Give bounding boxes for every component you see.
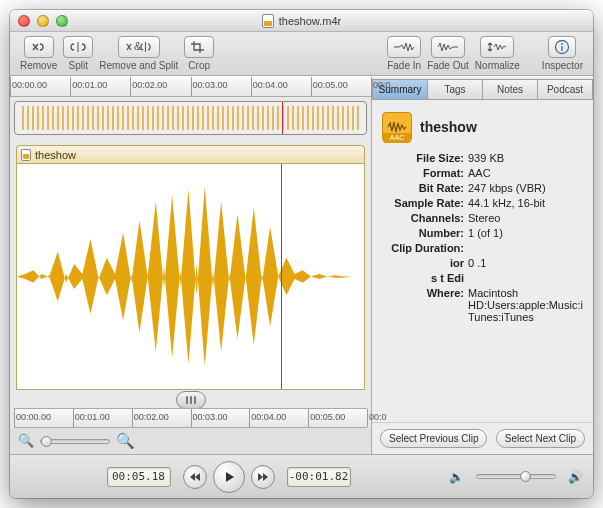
clip-nav-buttons: Select Previous Clip Select Next Clip	[372, 422, 593, 454]
inspector-pane: SummaryTagsNotesPodcast AAC theshow File…	[371, 77, 593, 454]
meta-value: Macintosh HD:Users:apple:Music:iTunes:iT…	[468, 287, 583, 323]
meta-value	[468, 242, 583, 254]
summary-panel: AAC theshow File Size:939 KBFormat:AACBi…	[372, 100, 593, 331]
inspector-button[interactable]: Inspector	[542, 36, 583, 71]
meta-key: Clip Duration:	[382, 242, 464, 254]
rewind-button[interactable]	[183, 465, 207, 489]
meta-value: 44.1 kHz, 16-bit	[468, 197, 583, 209]
normalize-icon	[480, 36, 514, 58]
meta-key: s t Edi	[382, 272, 464, 284]
play-button[interactable]	[213, 461, 245, 493]
zoom-in-icon[interactable]: 🔍	[116, 433, 132, 449]
zoom-knob[interactable]	[41, 436, 52, 447]
meta-value	[468, 272, 583, 284]
playhead-main[interactable]	[281, 164, 282, 389]
crop-button[interactable]: Crop	[184, 36, 214, 71]
normalize-button[interactable]: Normalize	[475, 36, 520, 71]
zoom-slider[interactable]	[40, 439, 110, 444]
select-next-clip-button[interactable]: Select Next Clip	[496, 429, 585, 448]
meta-value: 939 KB	[468, 152, 583, 164]
timeline-ruler-bottom[interactable]: 00:00.0000:01.0000:02.0000:03.0000:04.00…	[14, 408, 367, 428]
meta-value: 247 kbps (VBR)	[468, 182, 583, 194]
meta-key: Channels:	[382, 212, 464, 224]
transport-bar: 00:05.18 -00:01.82 🔈 🔊	[10, 454, 593, 498]
meta-key: Bit Rate:	[382, 182, 464, 194]
toolbar: Remove Split & Remove and Split Crop Fad…	[10, 32, 593, 76]
meta-value: 0 .1	[468, 257, 583, 269]
volume-high-icon: 🔊	[568, 470, 583, 484]
zoom-out-icon[interactable]: 🔍	[18, 433, 34, 449]
metadata-list: File Size:939 KBFormat:AACBit Rate:247 k…	[382, 152, 583, 323]
svg-rect-5	[562, 46, 563, 51]
meta-value: AAC	[468, 167, 583, 179]
editor-pane: 00:00.0000:01.0000:02.0000:03.0000:04.00…	[10, 77, 371, 454]
fade-in-button[interactable]: Fade In	[387, 36, 421, 71]
meta-key: Sample Rate:	[382, 197, 464, 209]
meta-key: Where:	[382, 287, 464, 323]
clip-doc-icon	[21, 149, 31, 161]
clip-lane: theshow	[16, 145, 365, 400]
svg-point-4	[561, 43, 563, 45]
app-window: theshow.m4r Remove Split & Remove and Sp…	[10, 10, 593, 498]
select-previous-clip-button[interactable]: Select Previous Clip	[380, 429, 487, 448]
remove-button[interactable]: Remove	[20, 36, 57, 71]
remaining-display: -00:01.82	[287, 467, 351, 487]
fade-out-icon	[431, 36, 465, 58]
tab-tags[interactable]: Tags	[427, 79, 483, 99]
playhead-overview[interactable]	[282, 102, 283, 134]
waveform-icon	[17, 164, 364, 389]
timeline-ruler-top[interactable]: 00:00.0000:01.0000:02.0000:03.0000:04.00…	[10, 77, 371, 97]
meta-value: 1 (of 1)	[468, 227, 583, 239]
inspector-tabs: SummaryTagsNotesPodcast	[372, 79, 593, 100]
tab-notes[interactable]: Notes	[482, 79, 538, 99]
clip-header[interactable]: theshow	[16, 145, 365, 163]
volume-knob[interactable]	[520, 471, 531, 482]
volume-slider[interactable]	[476, 474, 556, 479]
meta-key: ior	[382, 257, 464, 269]
meta-key: File Size:	[382, 152, 464, 164]
position-display: 00:05.18	[107, 467, 171, 487]
waveform-area[interactable]	[16, 163, 365, 390]
overview-waveform[interactable]	[14, 101, 367, 135]
clip-title: theshow	[35, 149, 76, 161]
info-icon	[548, 36, 576, 58]
fade-out-button[interactable]: Fade Out	[427, 36, 469, 71]
meta-key: Format:	[382, 167, 464, 179]
content-area: 00:00.0000:01.0000:02.0000:03.0000:04.00…	[10, 76, 593, 454]
forward-button[interactable]	[251, 465, 275, 489]
window-title: theshow.m4r	[10, 14, 593, 28]
titlebar: theshow.m4r	[10, 10, 593, 32]
tab-podcast[interactable]: Podcast	[537, 79, 593, 99]
volume-low-icon: 🔈	[449, 470, 464, 484]
meta-value: Stereo	[468, 212, 583, 224]
split-button[interactable]: Split	[63, 36, 93, 71]
format-aac-icon: AAC	[382, 112, 412, 142]
clip-resize-grip[interactable]	[176, 391, 206, 409]
remove-and-split-button[interactable]: & Remove and Split	[99, 36, 178, 71]
fade-in-icon	[387, 36, 421, 58]
inspector-title: theshow	[420, 119, 477, 135]
meta-key: Number:	[382, 227, 464, 239]
document-icon	[262, 14, 274, 28]
zoom-controls: 🔍 🔍	[10, 428, 371, 454]
window-title-text: theshow.m4r	[279, 15, 341, 27]
